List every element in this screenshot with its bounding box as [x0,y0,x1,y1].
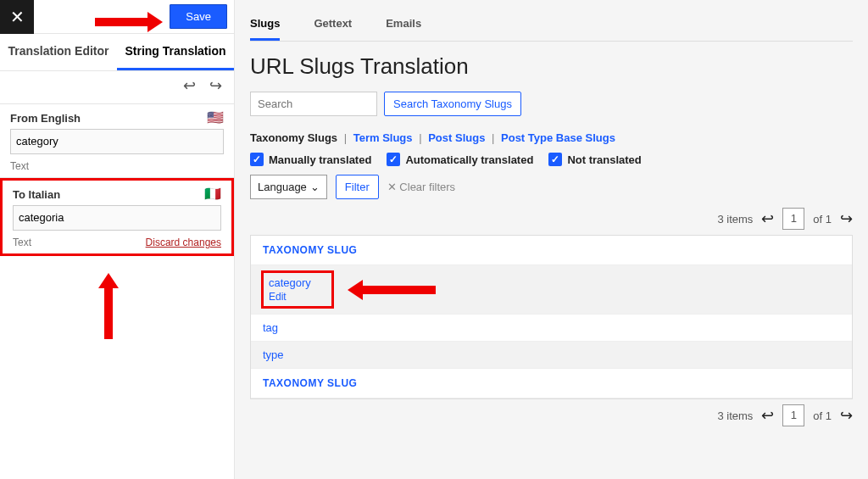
table-header: TAXONOMY SLUG [251,236,852,265]
to-text-input[interactable]: categoria [13,205,221,231]
chevron-down-icon: ⌄ [310,181,320,193]
check-not[interactable]: ✓Not translated [548,153,641,166]
tab-gettext[interactable]: Gettext [314,8,352,41]
slug-link-post[interactable]: Post Slugs [428,131,485,144]
check-auto[interactable]: ✓Automatically translated [387,153,533,166]
flag-it-icon: 🇮🇹 [204,187,221,201]
annotation-arrow [98,273,119,339]
table-row[interactable]: type [251,342,852,369]
language-select[interactable]: Language⌄ [250,175,327,199]
page-title: URL Slugs Translation [250,53,853,80]
undo-icon[interactable]: ↩ [183,76,196,95]
search-input[interactable] [250,92,377,116]
pager-of: of 1 [813,409,832,422]
to-hint: Text [13,237,31,248]
pager-next-icon[interactable]: ↪ [840,406,853,425]
to-language-block: To Italian 🇮🇹 categoria Text Discard cha… [0,178,234,256]
discard-changes-link[interactable]: Discard changes [146,237,221,248]
table-footer: TAXONOMY SLUG [251,369,852,398]
redo-icon[interactable]: ↪ [209,76,222,95]
from-language-block: From English 🇺🇸 category Text [0,104,234,178]
table-row[interactable]: category Edit [251,265,852,315]
tab-emails[interactable]: Emails [386,8,421,41]
from-hint: Text [10,160,29,172]
row-edit-link[interactable]: Edit [269,291,311,303]
filter-button[interactable]: Filter [336,175,379,199]
pager-page-input[interactable]: 1 [782,404,804,426]
pager-next-icon[interactable]: ↪ [840,209,853,228]
slug-link-posttype[interactable]: Post Type Base Slugs [501,131,615,144]
tab-slugs[interactable]: Slugs [250,8,280,41]
annotation-arrow [348,280,436,300]
pager-page-input[interactable]: 1 [782,208,804,230]
clear-filters-link[interactable]: ✕ Clear filters [387,181,455,193]
table-row[interactable]: tag [251,315,852,342]
slug-group-taxonomy: Taxonomy Slugs [250,131,337,144]
to-label: To Italian [13,188,60,201]
pager-prev-icon[interactable]: ↩ [761,406,774,425]
slug-link-term[interactable]: Term Slugs [353,131,413,144]
pager-count: 3 items [717,213,753,226]
taxonomy-table: TAXONOMY SLUG category Edit tag type TAX… [250,235,853,399]
tab-string-translation[interactable]: String Translation [117,34,234,70]
pager-prev-icon[interactable]: ↩ [761,209,774,228]
slug-link-tag[interactable]: tag [263,321,278,334]
from-text-input[interactable]: category [10,129,224,154]
annotation-arrow [95,12,163,32]
slug-link-category[interactable]: category [269,276,311,289]
pager-of: of 1 [813,213,832,226]
check-manual[interactable]: ✓Manually translated [250,153,371,166]
save-button[interactable]: Save [170,4,227,29]
close-button[interactable]: ✕ [0,0,34,34]
from-label: From English [10,112,81,125]
flag-us-icon: 🇺🇸 [207,111,224,125]
pager-count: 3 items [717,409,753,422]
search-taxonomy-button[interactable]: Search Taxonomy Slugs [384,92,521,116]
tab-translation-editor[interactable]: Translation Editor [0,34,117,70]
slug-link-type[interactable]: type [263,348,284,361]
